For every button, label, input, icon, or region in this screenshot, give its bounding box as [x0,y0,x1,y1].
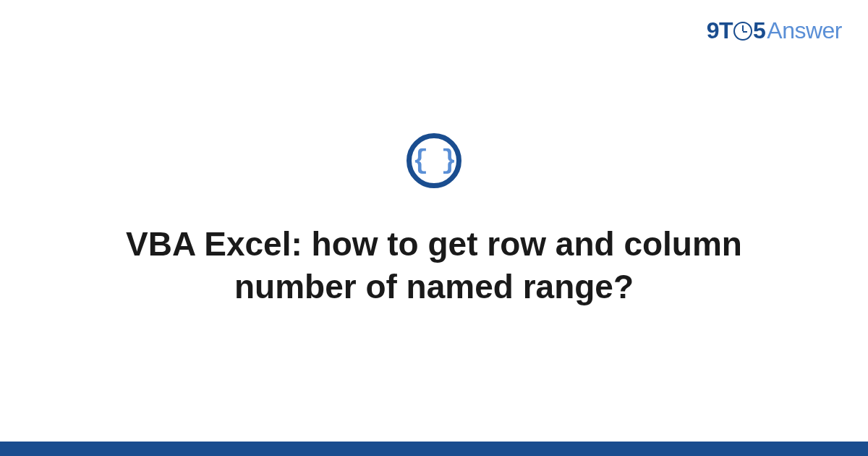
question-title: VBA Excel: how to get row and column num… [87,223,781,308]
category-icon-wrapper: { } [407,133,461,188]
code-braces-icon: { } [407,133,461,188]
main-content: { } VBA Excel: how to get row and column… [0,0,868,456]
footer-accent-bar [0,442,868,456]
